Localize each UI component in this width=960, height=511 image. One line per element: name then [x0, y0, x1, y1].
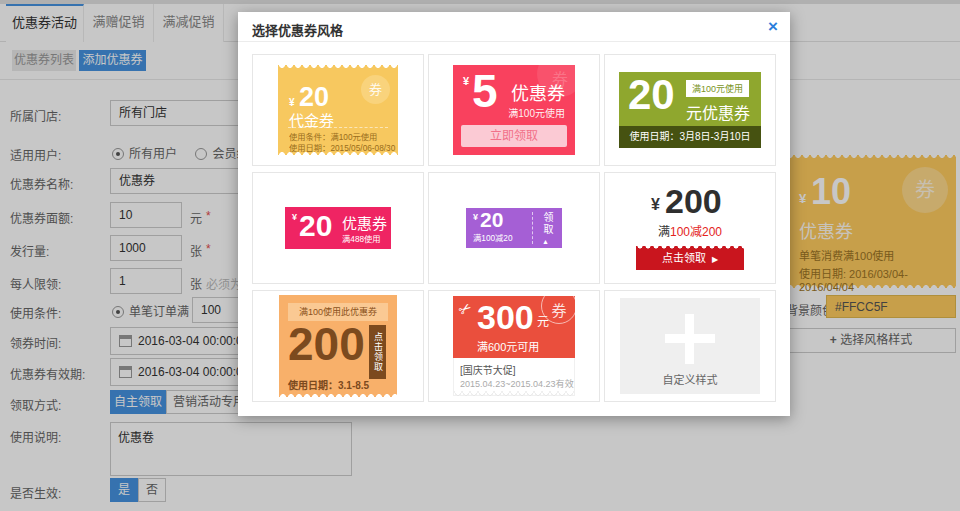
validity-text: 2015.04.23~2015.04.23有效	[460, 376, 574, 389]
condition-badge: 满100元使用	[686, 80, 749, 97]
coupon-style-card-4[interactable]: ¥ 20 优惠券 满488使用	[252, 172, 424, 284]
arrow-right-icon: ▶	[712, 255, 718, 264]
coupon-style-card-3[interactable]: 20 满100元使用 元优惠券 使用日期：3月8日-3月10日	[604, 54, 776, 166]
close-icon[interactable]: ×	[768, 17, 778, 37]
coupon-white-red: ¥ 200 满100减200 点击领取▶	[636, 186, 744, 270]
condition-prefix: 满	[658, 225, 670, 239]
perforation-edge	[278, 65, 398, 69]
coupon-style-card-5[interactable]: ¥ 20 满100减20 领取 ▲	[428, 172, 600, 284]
custom-style-box: 自定义样式	[620, 298, 760, 394]
coupon-name: 优惠券	[342, 212, 387, 233]
click-claim-label: 点击领取	[662, 252, 706, 264]
currency: ¥	[651, 196, 660, 214]
amount: 20	[628, 71, 675, 119]
condition-text: 满100元使用	[508, 105, 565, 120]
dashed-divider	[288, 127, 388, 128]
condition-text: 满600元可用	[477, 338, 539, 354]
coupon-style-card-custom[interactable]: 自定义样式	[604, 290, 776, 402]
dashed-divider	[532, 212, 533, 244]
currency: ¥	[473, 212, 478, 222]
condition-value: 100减200	[670, 225, 722, 239]
plus-icon	[685, 314, 694, 364]
date-text: 使用日期：3.1-8.5	[288, 377, 369, 392]
custom-style-label: 自定义样式	[620, 371, 760, 387]
coupon-magenta: ¥ 20 优惠券 满488使用	[285, 207, 391, 249]
coupon-style-card-8[interactable]: ✂ 300 元 满600元可用 券 [国庆节大促] 2015.04.23~201…	[428, 290, 600, 402]
claim-label: 领取	[540, 212, 555, 236]
coupon-style-card-1[interactable]: 券 ¥ 20 代金券 使用条件：满100元使用 使用日期：2015/05/06-…	[252, 54, 424, 166]
coupon-style-card-6[interactable]: ¥ 200 满100减200 点击领取▶	[604, 172, 776, 284]
date-text: 使用日期：3月8日-3月10日	[619, 126, 761, 148]
coupon-purple: ¥ 20 满100减20 领取 ▲	[466, 208, 562, 248]
coupon-tomato: ✂ 300 元 满600元可用 券 [国庆节大促] 2015.04.23~201…	[453, 296, 575, 396]
arrow-up-icon: ▲	[542, 238, 549, 245]
coupon-top-section: ✂ 300 元 满600元可用 券	[453, 296, 575, 358]
coupon-name: 元优惠券	[686, 100, 750, 124]
currency: ¥	[463, 75, 469, 87]
amount: 5	[472, 65, 498, 118]
coupon-bottom-section: [国庆节大促] 2015.04.23~2015.04.23有效	[453, 358, 575, 396]
modal-header: 选择优惠券风格 ×	[238, 12, 790, 42]
perforation-edge	[279, 393, 397, 401]
scissors-icon: ✂	[455, 298, 476, 320]
coupon-name: 优惠券	[511, 79, 565, 105]
condition-text: 满100减200	[636, 222, 744, 239]
coupon-pink: 券 ¥ 5 优惠券 满100元使用 立即领取	[453, 65, 575, 155]
amount: 200	[288, 317, 365, 371]
coupon-seal-icon: 券	[361, 75, 390, 104]
perforation-edge	[636, 242, 744, 250]
claim-now-button[interactable]: 立即领取	[461, 125, 567, 147]
wavy-edge	[454, 391, 574, 399]
event-text: [国庆节大促]	[460, 362, 516, 377]
modal-title: 选择优惠券风格	[252, 20, 343, 39]
amount: 300	[477, 298, 534, 337]
date-text: 使用日期：2015/05/06-08/30	[289, 142, 395, 154]
amount: 20	[480, 208, 503, 232]
coupon-yellow: 券 ¥ 20 代金券 使用条件：满100元使用 使用日期：2015/05/06-…	[278, 65, 398, 155]
coupon-style-card-2[interactable]: 券 ¥ 5 优惠券 满100元使用 立即领取	[428, 54, 600, 166]
coupon-green: 20 满100元使用 元优惠券 使用日期：3月8日-3月10日	[619, 72, 761, 148]
click-claim-button[interactable]: 点击领取▶	[636, 246, 744, 270]
coupon-orange: 满100使用此优惠券 200 点击领取 使用日期：3.1-8.5	[279, 295, 397, 397]
click-claim-tag[interactable]: 点击领取	[369, 325, 386, 379]
amount: 200	[665, 182, 722, 221]
condition-text: 满488使用	[342, 233, 381, 245]
currency: ¥	[292, 212, 297, 222]
coupon-style-grid: 券 ¥ 20 代金券 使用条件：满100元使用 使用日期：2015/05/06-…	[252, 54, 776, 402]
currency: ¥	[289, 97, 295, 108]
condition-text: 满100减20	[473, 232, 513, 244]
coupon-style-card-7[interactable]: 满100使用此优惠券 200 点击领取 使用日期：3.1-8.5	[252, 290, 424, 402]
coupon-style-modal: 选择优惠券风格 × 券 ¥ 20 代金券 使用条件：满100元使用 使用日期：2…	[238, 12, 790, 416]
amount: 20	[299, 209, 332, 243]
